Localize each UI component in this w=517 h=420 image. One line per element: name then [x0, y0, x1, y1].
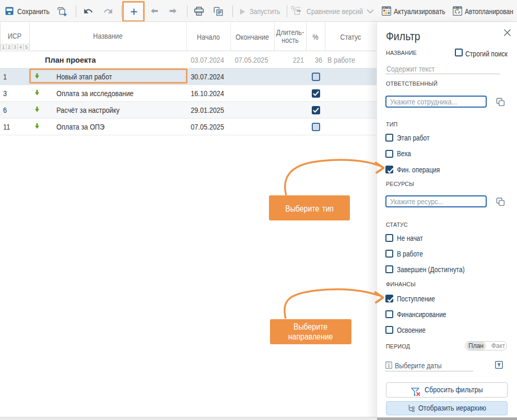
svg-text:1: 1	[387, 363, 390, 368]
